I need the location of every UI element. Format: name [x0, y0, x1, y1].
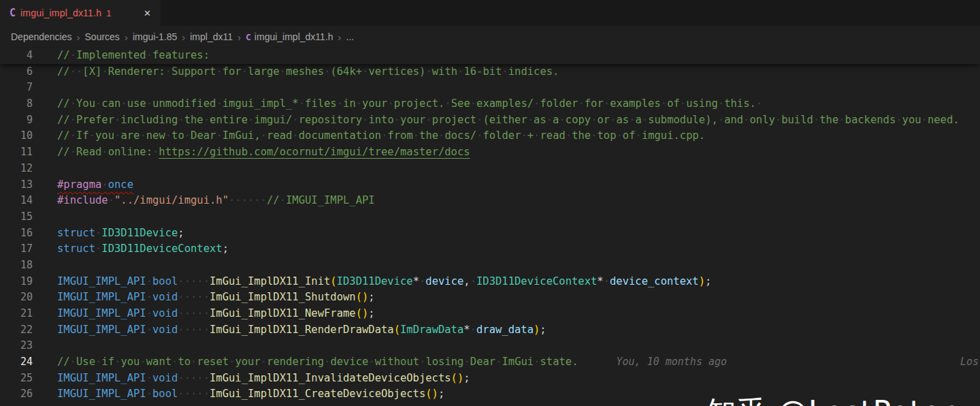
code-text: IMGUI_IMPL_API·void·····ImGui_ImplDX11_N…	[57, 306, 375, 322]
close-icon[interactable]: ✕	[141, 7, 154, 20]
chevron-right-icon: ›	[333, 31, 346, 43]
line-number[interactable]: 12	[0, 161, 33, 177]
code-text: IMGUI_IMPL_API·bool·····ImGui_ImplDX11_C…	[57, 386, 444, 403]
sticky-scroll-line[interactable]: 4//·Implemented·features:	[0, 48, 980, 64]
line-number[interactable]: 19	[0, 274, 33, 290]
line-number[interactable]: 21	[0, 306, 33, 322]
c-language-icon: C	[246, 32, 251, 42]
line-number[interactable]: 4	[0, 48, 33, 64]
breadcrumb-item[interactable]: Cimgui_impl_dx11.h	[246, 31, 333, 42]
breadcrumb-item[interactable]: ...	[346, 31, 355, 42]
code-line[interactable]: 4//·Implemented·features:	[0, 48, 980, 64]
code-lines: 6//··[X]·Renderer:·Support·for·large·mes…	[0, 64, 980, 403]
code-text: //··[X]·Renderer:·Support·for·large·mesh…	[57, 64, 559, 80]
code-text: //·If·you·are·new·to·Dear·ImGui,·read·do…	[57, 128, 705, 144]
code-line[interactable]: 12	[0, 161, 980, 177]
line-number[interactable]: 7	[0, 80, 33, 96]
code-line[interactable]: 11//·Read·online:·https://github.com/oco…	[0, 144, 980, 161]
tab-imgui-impl-dx11-h[interactable]: C imgui_impl_dx11.h 1 ✕	[0, 0, 161, 26]
code-text: IMGUI_IMPL_API·void·····ImGui_ImplDX11_S…	[57, 290, 375, 306]
code-text: IMGUI_IMPL_API·void·····ImGui_ImplDX11_I…	[57, 371, 470, 387]
chevron-right-icon: ›	[233, 31, 246, 43]
code-line[interactable]: 18	[0, 257, 980, 274]
line-number[interactable]: 6	[0, 64, 33, 80]
line-number[interactable]: 23	[0, 338, 33, 354]
line-number[interactable]: 8	[0, 96, 33, 112]
code-line[interactable]: 16struct·ID3D11Device;	[0, 225, 980, 242]
breadcrumb-item[interactable]: imgui-1.85	[133, 31, 177, 42]
code-line[interactable]: 10//·If·you·are·new·to·Dear·ImGui,·read·…	[0, 128, 980, 144]
code-text: //·Implemented·features:	[57, 48, 210, 64]
code-line[interactable]: 24//·Use·if·you·want·to·reset·your·rende…	[0, 354, 980, 371]
code-editor[interactable]: 4//·Implemented·features: 6//··[X]·Rende…	[0, 48, 980, 406]
code-line[interactable]: 17struct·ID3D11DeviceContext;	[0, 241, 980, 257]
line-number[interactable]: 22	[0, 322, 33, 339]
code-text: #include·"../imgui/imgui.h"······//·IMGU…	[57, 193, 375, 209]
line-number[interactable]: 24	[0, 354, 33, 371]
code-line[interactable]: 21IMGUI_IMPL_API·void·····ImGui_ImplDX11…	[0, 306, 980, 322]
c-language-icon: C	[10, 7, 16, 19]
line-number[interactable]: 15	[0, 209, 33, 225]
code-line[interactable]: 20IMGUI_IMPL_API·void·····ImGui_ImplDX11…	[0, 290, 980, 306]
chevron-right-icon: ›	[72, 31, 85, 43]
code-text: #pragma·once	[57, 177, 133, 193]
breadcrumb-item[interactable]: Sources	[85, 31, 120, 42]
line-number[interactable]: 14	[0, 193, 33, 209]
code-line[interactable]: 25IMGUI_IMPL_API·void·····ImGui_ImplDX11…	[0, 371, 980, 387]
breadcrumb: Dependencies›Sources›imgui-1.85›impl_dx1…	[0, 26, 980, 48]
code-line[interactable]: 23	[0, 338, 980, 354]
line-number[interactable]: 18	[0, 257, 33, 274]
tab-problems-badge: 1	[106, 8, 111, 18]
code-text: IMGUI_IMPL_API·bool·····ImGui_ImplDX11_I…	[57, 274, 711, 290]
code-text: //·Use·if·you·want·to·reset·your·renderi…	[57, 354, 727, 371]
breadcrumb-item[interactable]: Dependencies	[11, 31, 72, 42]
line-number[interactable]: 10	[0, 128, 33, 144]
line-number[interactable]: 16	[0, 225, 33, 242]
editor-tab-bar: C imgui_impl_dx11.h 1 ✕	[0, 0, 980, 26]
git-blame-annotation[interactable]: You, 10 months ago	[616, 356, 727, 368]
tab-filename: imgui_impl_dx11.h	[20, 7, 101, 18]
chevron-right-icon: ›	[177, 31, 190, 43]
line-number[interactable]: 20	[0, 290, 33, 306]
code-text: IMGUI_IMPL_API·void·····ImGui_ImplDX11_R…	[57, 322, 546, 339]
code-line[interactable]: 8//·You·can·use·unmodified·imgui_impl_*·…	[0, 96, 980, 112]
line-number[interactable]: 17	[0, 241, 33, 257]
line-number[interactable]: 26	[0, 386, 33, 403]
git-blame-tail: Los	[960, 354, 979, 371]
code-line[interactable]: 6//··[X]·Renderer:·Support·for·large·mes…	[0, 64, 980, 80]
chevron-right-icon: ›	[120, 31, 133, 43]
code-line[interactable]: 7	[0, 80, 980, 96]
code-line[interactable]: 26IMGUI_IMPL_API·bool·····ImGui_ImplDX11…	[0, 386, 980, 403]
code-text: struct·ID3D11DeviceContext;	[57, 241, 229, 257]
code-line[interactable]: 19IMGUI_IMPL_API·bool·····ImGui_ImplDX11…	[0, 274, 980, 290]
code-line[interactable]: 22IMGUI_IMPL_API·void·····ImGui_ImplDX11…	[0, 322, 980, 339]
code-text: //·Prefer·including·the·entire·imgui/·re…	[57, 112, 960, 129]
code-text: struct·ID3D11Device;	[57, 225, 184, 242]
code-line[interactable]: 14#include·"../imgui/imgui.h"······//·IM…	[0, 193, 980, 209]
code-line[interactable]: 15	[0, 209, 980, 225]
line-number[interactable]: 11	[0, 144, 33, 161]
line-number[interactable]: 9	[0, 112, 33, 129]
code-text: //·You·can·use·unmodified·imgui_impl_*·f…	[57, 96, 762, 112]
line-number[interactable]: 25	[0, 371, 33, 387]
breadcrumb-item[interactable]: impl_dx11	[190, 31, 233, 42]
line-number[interactable]: 13	[0, 177, 33, 193]
code-line[interactable]: 9//·Prefer·including·the·entire·imgui/·r…	[0, 112, 980, 129]
code-line[interactable]: 13#pragma·once	[0, 177, 980, 193]
code-text: //·Read·online:·https://github.com/ocorn…	[57, 144, 470, 161]
